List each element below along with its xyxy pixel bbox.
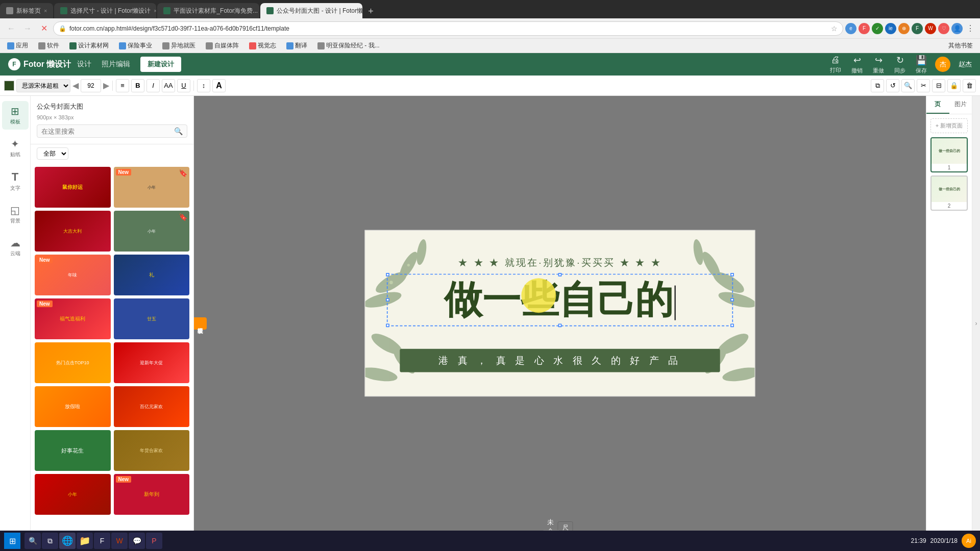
handle-tm[interactable] [558,273,562,277]
layers-button[interactable]: ⊟ [932,79,945,92]
template-item-7[interactable]: 福气迭福利 New [35,298,111,339]
handle-bm[interactable] [558,323,562,327]
canvas-background[interactable]: ★ ★ ★ 就现在·别犹豫·买买买 ★ ★ ★ [194,96,926,531]
sidebar-item-background[interactable]: ◱ 背景 [2,200,29,229]
extension-icon-7[interactable]: W [925,23,936,34]
main-text-content[interactable]: 做一些自己的 [388,274,732,325]
filter-select[interactable]: 全部 [37,147,68,160]
bookmark-software[interactable]: 软件 [35,40,62,51]
page-thumbnail-1[interactable]: 做一些自己的 1 [930,137,968,172]
page-thumbnail-2[interactable]: 做一些自己的 2 [930,176,968,211]
copy-format-button[interactable]: ⧉ [871,79,884,92]
extension-icon-5[interactable]: ⊕ [898,23,910,34]
text-box-selected[interactable]: 做一些自己的 [387,274,733,327]
sidebar-item-text[interactable]: T 文字 [2,166,29,196]
address-bar[interactable]: 🔒 fotor.com.cn/app.html#/design/f3c571d0… [53,21,843,36]
star-icon[interactable]: ☆ [831,24,838,33]
extension-icon-3[interactable]: ✓ [872,23,883,34]
bookmark-media[interactable]: 自媒体阵 [203,40,242,51]
start-button[interactable]: ⊞ [4,533,20,549]
template-item-4[interactable]: 小年 🔖 [114,211,190,252]
search-replace-button[interactable]: 🔍 [901,79,915,92]
template-item-14[interactable]: 年货合家欢 [114,430,190,471]
bold-button[interactable]: B [131,79,144,92]
bookmark-apps[interactable]: 应用 [4,40,31,51]
search-input[interactable] [41,128,171,135]
handle-ml[interactable] [386,298,389,302]
right-tab-image[interactable]: 图片 [949,96,972,114]
taskbar-explorer[interactable]: 📁 [77,533,93,549]
tab-new-tab[interactable]: 新标签页 × [0,3,53,18]
toolbar-save[interactable]: 💾 保存 [916,55,927,74]
taskbar-search[interactable]: 🔍 [24,533,41,549]
tab-fotor-size[interactable]: 选择尺寸 - 设计 | Fotor懒设计 × [54,3,156,18]
new-design-button[interactable]: 新建设计 [140,57,181,72]
template-item-13[interactable]: 好事花生 [35,430,111,471]
toolbar-undo[interactable]: ↪ 重做 [873,55,884,74]
taskbar-chrome[interactable]: 🌐 [59,533,76,549]
floating-template-label[interactable]: 提模板套装求 [194,317,207,330]
nav-photo[interactable]: 照片编辑 [102,60,130,69]
template-item-5[interactable]: 年味 New [35,255,111,295]
add-page-button[interactable]: + 新增页面 [930,118,968,133]
nav-design[interactable]: 设计 [77,60,91,69]
font-size-button[interactable]: AA [162,79,175,92]
design-canvas[interactable]: ★ ★ ★ 就现在·别犹豫·买买买 ★ ★ ★ [365,230,755,396]
handle-tr[interactable] [730,273,734,277]
handle-tl[interactable] [386,273,389,277]
text-style-button[interactable]: A [212,79,226,92]
bookmark-insurance[interactable]: 保险事业 [116,40,155,51]
align-button[interactable]: ≡ [116,79,129,92]
back-button[interactable]: ← [4,21,18,36]
extension-icon-4[interactable]: ie [885,23,896,34]
template-item-6[interactable]: 礼 [114,255,190,295]
crop-button[interactable]: ✂ [917,79,930,92]
taskbar-user-avatar[interactable]: Ai [962,534,976,548]
menu-icon[interactable]: ⋮ [965,23,976,34]
bookmark-design[interactable]: 设计素材网 [66,40,112,51]
search-bar[interactable]: 🔍 [37,124,187,138]
sidebar-item-cloud[interactable]: ☁ 云端 [2,233,29,261]
italic-button[interactable]: I [146,79,160,92]
toolbar-sync[interactable]: ↻ 同步 [894,55,905,74]
template-item-3[interactable]: 大吉大利 [35,211,111,252]
tab-close-2[interactable]: × [154,8,157,14]
taskbar-fotor[interactable]: F [94,533,110,549]
right-tab-page[interactable]: 页 [926,96,949,114]
font-size-arrow-left[interactable]: ◀ [72,81,79,90]
sidebar-item-template[interactable]: ⊞ 模板 [2,101,29,130]
bookmark-others[interactable]: 其他书签 [945,40,976,51]
toolbar-print[interactable]: 🖨 打印 [830,55,841,74]
underline-button[interactable]: U [177,79,190,92]
template-item-16[interactable]: 新年到 New [114,474,190,515]
bookmark-translate[interactable]: 翻译 [283,40,310,51]
bookmark-insurance2[interactable]: 明亚保险经纪 - 我... [314,40,383,51]
user-profile-icon[interactable]: 👤 [951,23,963,34]
extension-icon-2[interactable]: F [859,23,870,34]
refresh-button[interactable]: ↺ [886,79,899,92]
lock-button[interactable]: 🔒 [947,79,961,92]
template-item-12[interactable]: 百亿元家欢 [114,386,190,427]
template-item-11[interactable]: 放假啦 [35,386,111,427]
delete-button[interactable]: 🗑 [963,79,976,92]
bookmark-visual[interactable]: 视觉志 [246,40,279,51]
handle-mr[interactable] [730,298,734,302]
extension-icon-8[interactable]: ♡ [938,23,949,34]
sidebar-item-sticker[interactable]: ✦ 贴纸 [2,134,29,162]
tab-fotor-material[interactable]: 平面设计素材库_Fotor海免费... × [157,3,259,18]
taskbar-office[interactable]: W [111,533,128,549]
new-tab-button[interactable]: + [363,4,378,18]
template-item-15[interactable]: 小年 [35,474,111,515]
extension-icon-1[interactable]: e [845,23,856,34]
font-size-arrow-right[interactable]: ▶ [103,81,109,90]
template-item-8[interactable]: 廿五 [114,298,190,339]
reload-button[interactable]: ✕ [37,21,51,36]
taskbar-wechat[interactable]: 💬 [129,533,145,549]
text-color-swatch[interactable] [4,81,14,91]
toolbar-copy[interactable]: ↩ 撤销 [851,55,863,74]
forward-button[interactable]: → [20,21,35,36]
user-avatar[interactable]: 杰 [935,57,950,72]
handle-bl[interactable] [386,323,389,327]
font-size-input[interactable] [81,79,101,92]
font-family-select[interactable]: 思源宋体超粗 [16,79,70,92]
